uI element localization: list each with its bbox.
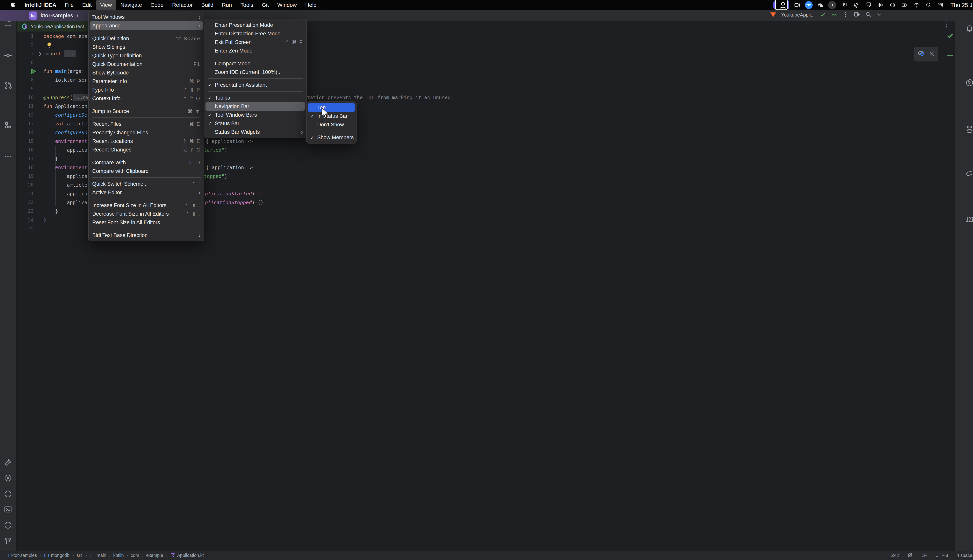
- chevron-down-icon[interactable]: [876, 11, 883, 18]
- pull-requests-icon[interactable]: [3, 81, 13, 90]
- menu-item-zoom-ide-current-100[interactable]: Zoom IDE (Current: 100%)...: [206, 68, 305, 77]
- layout-plus-icon[interactable]: [854, 11, 860, 18]
- menu-bar-clock[interactable]: Thu 25 Jul 11:12: [950, 2, 973, 8]
- menu-item-quick-type-definition[interactable]: Quick Type Definition: [90, 51, 203, 60]
- menu-item-tool-window-bars[interactable]: ✓Tool Window Bars: [206, 111, 305, 119]
- menu-item-top[interactable]: Top: [308, 103, 355, 112]
- menu-item-show-siblings[interactable]: Show Siblings: [90, 43, 203, 51]
- indent-widget[interactable]: 4 spaces: [957, 553, 973, 558]
- menu-item-increase-font-size-in-all-editors[interactable]: Increase Font Size in All Editors⌃ ⇧ .: [90, 201, 203, 210]
- chevron-circle-icon[interactable]: [828, 1, 836, 9]
- menu-item-enter-distraction-free-mode[interactable]: Enter Distraction Free Mode: [206, 29, 305, 38]
- control-center-icon[interactable]: [936, 1, 945, 9]
- menu-item-enter-zen-mode[interactable]: Enter Zen Mode: [206, 47, 305, 55]
- menu-item-bidi-text-base-direction[interactable]: Bidi Text Base Direction›: [90, 231, 203, 240]
- menu-item-jump-to-source[interactable]: Jump to Source⌘ ▼: [90, 107, 203, 115]
- menu-item-reset-font-size-in-all-editors[interactable]: Reset Font Size in All Editors: [90, 218, 203, 227]
- menu-item-recent-files[interactable]: Recent Files⌘ E: [90, 120, 203, 128]
- encoding-widget[interactable]: UTF-8: [935, 553, 948, 558]
- notifications-bell-icon[interactable]: [965, 23, 973, 33]
- menu-item-compact-mode[interactable]: Compact Mode: [206, 59, 305, 68]
- breadcrumb-com[interactable]: com: [131, 553, 139, 558]
- search-icon[interactable]: [865, 11, 871, 18]
- menubar-item-help[interactable]: Help: [301, 0, 321, 10]
- menu-item-compare-with[interactable]: Compare With...⌘ D: [90, 158, 203, 167]
- menubar-item-intellij-idea[interactable]: IntelliJ IDEA: [20, 0, 60, 10]
- menu-item-toolbar[interactable]: ✓Toolbar: [206, 93, 305, 102]
- project-badge[interactable]: ks: [29, 12, 37, 20]
- git-branch-icon[interactable]: [3, 537, 13, 546]
- close-icon[interactable]: [928, 50, 935, 58]
- database-icon[interactable]: [965, 125, 973, 134]
- menubar-item-code[interactable]: Code: [146, 0, 168, 10]
- more-dots-icon[interactable]: [3, 152, 13, 161]
- battery-charging-icon[interactable]: [900, 1, 909, 9]
- breadcrumb-ktor-samples[interactable]: ktor-samples: [4, 553, 37, 558]
- gradle-elephant-icon[interactable]: [965, 169, 973, 179]
- commit-icon[interactable]: [3, 51, 13, 60]
- stacked-windows-icon[interactable]: [864, 1, 873, 9]
- intention-bulb-icon[interactable]: [46, 42, 53, 48]
- menu-item-parameter-info[interactable]: Parameter Info⌘ P: [90, 77, 203, 85]
- run-check-icon[interactable]: [820, 11, 826, 18]
- headphones-icon[interactable]: [888, 1, 897, 9]
- menu-item-quick-documentation[interactable]: Quick DocumentationF1: [90, 60, 203, 68]
- services-icon[interactable]: [3, 473, 13, 483]
- menubar-item-run[interactable]: Run: [217, 0, 236, 10]
- menu-item-active-editor[interactable]: Active Editor›: [90, 188, 203, 197]
- dependencies-icon[interactable]: [3, 489, 13, 499]
- wifi-icon[interactable]: [912, 1, 921, 9]
- breadcrumb-kotlin[interactable]: kotlin: [113, 553, 124, 558]
- zoom-app-icon[interactable]: zm: [805, 1, 813, 9]
- fold-chevron-icon[interactable]: [37, 50, 43, 57]
- menubar-item-git[interactable]: Git: [257, 0, 273, 10]
- menu-item-recent-changes[interactable]: Recent Changes⌥ ⇧ C: [90, 145, 203, 154]
- menubar-item-view[interactable]: View: [96, 0, 116, 10]
- project-name[interactable]: ktor-samples: [40, 13, 73, 19]
- menubar-item-edit[interactable]: Edit: [78, 0, 96, 10]
- menubar-item-tools[interactable]: Tools: [236, 0, 257, 10]
- menu-item-exit-full-screen[interactable]: Exit Full Screen⌃ ⌘ F: [206, 38, 305, 47]
- menu-item-enter-presentation-mode[interactable]: Enter Presentation Mode: [206, 21, 305, 29]
- menubar-item-refactor[interactable]: Refactor: [168, 0, 197, 10]
- menu-item-status-bar[interactable]: ✓Status Bar: [206, 119, 305, 128]
- menu-item-appearance[interactable]: Appearance›: [90, 22, 203, 30]
- coverage-wave-icon[interactable]: [831, 11, 838, 18]
- breadcrumb-mongodb[interactable]: mongodb: [44, 553, 70, 558]
- menu-item-presentation-assistant[interactable]: ✓Presentation Assistant: [206, 81, 305, 89]
- menu-item-context-info[interactable]: Context Info⌃ ⇧ Q: [90, 94, 203, 103]
- menu-item-type-info[interactable]: Type Info⌃ ⇧ P: [90, 85, 203, 94]
- menubar-item-file[interactable]: File: [60, 0, 78, 10]
- menu-item-decrease-font-size-in-all-editors[interactable]: Decrease Font Size in All Editors⌃ ⇧ ,: [90, 210, 203, 218]
- menu-item-quick-definition[interactable]: Quick Definition⌥ Space: [90, 34, 203, 43]
- menu-item-recent-locations[interactable]: Recent Locations⇧ ⌘ E: [90, 137, 203, 145]
- structure-icon[interactable]: [3, 121, 13, 130]
- build-hammer-icon[interactable]: [3, 458, 13, 467]
- menubar-item-window[interactable]: Window: [273, 0, 301, 10]
- menu-item-show-members[interactable]: ✓Show Members: [308, 133, 355, 142]
- menu-item-show-bytecode[interactable]: Show Bytecode: [90, 68, 203, 77]
- breadcrumb-src[interactable]: src: [77, 553, 83, 558]
- menu-item-compare-with-clipboard[interactable]: Compare with Clipboard: [90, 167, 203, 175]
- screen-sharing-icon[interactable]: [773, 1, 789, 9]
- inspection-check-icon[interactable]: [946, 32, 954, 40]
- editor-options-kebab-icon[interactable]: ⋮: [943, 21, 950, 27]
- caret-position-widget[interactable]: 5:42: [890, 553, 899, 558]
- search-icon[interactable]: [925, 1, 933, 9]
- display-icon[interactable]: [840, 1, 848, 9]
- run-gutter-icon[interactable]: [30, 68, 37, 75]
- menu-item-in-status-bar[interactable]: ✓In Status Bar: [308, 112, 355, 120]
- breadcrumb-main[interactable]: main: [90, 553, 106, 558]
- waveform-icon[interactable]: [876, 1, 884, 9]
- editor-tab-active[interactable]: YoukubeApplicationTest: [17, 22, 96, 32]
- gradle-sync-icon[interactable]: [917, 50, 925, 58]
- docker-warning-icon[interactable]: [816, 1, 825, 9]
- menubar-item-navigate[interactable]: Navigate: [116, 0, 146, 10]
- project-widget[interactable]: ks ktor-samples ▾: [29, 12, 79, 20]
- ktor-run-config-icon[interactable]: [770, 12, 776, 17]
- highlighting-off-icon[interactable]: [908, 552, 913, 558]
- menu-item-recently-changed-files[interactable]: Recently Changed Files: [90, 128, 203, 137]
- menubar-item-build[interactable]: Build: [197, 0, 217, 10]
- menu-item-navigation-bar[interactable]: Navigation Bar›: [206, 102, 305, 111]
- menu-item-quick-switch-scheme[interactable]: Quick Switch Scheme...⌃ `: [90, 180, 203, 188]
